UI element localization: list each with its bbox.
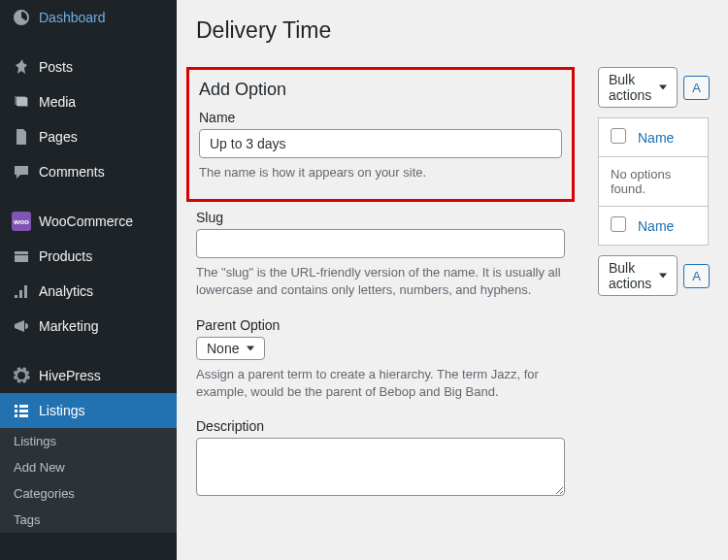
bulk-actions-select-bottom[interactable]: Bulk actions: [598, 255, 678, 296]
name-label: Name: [199, 110, 562, 125]
dashboard-icon: [12, 8, 31, 27]
name-input[interactable]: [199, 129, 562, 158]
sidebar-separator: [0, 348, 177, 353]
sidebar-item-dashboard[interactable]: Dashboard: [0, 0, 177, 35]
sidebar-item-posts[interactable]: Posts: [0, 49, 177, 84]
products-icon: [12, 247, 31, 266]
chevron-down-icon: [243, 341, 258, 356]
analytics-icon: [12, 281, 31, 301]
description-textarea[interactable]: [196, 438, 565, 496]
main-content: Delivery Time Add Option Name The name i…: [177, 0, 728, 560]
parent-label: Parent Option: [196, 317, 565, 333]
column-footer-name[interactable]: Name: [638, 218, 674, 234]
add-option-form: Add Option Name The name is how it appea…: [196, 67, 565, 499]
sidebar-item-products[interactable]: Products: [0, 239, 177, 274]
sidebar-item-hivepress[interactable]: HivePress: [0, 358, 177, 393]
sidebar-item-label: Listings: [39, 403, 84, 418]
sidebar-item-label: Pages: [39, 129, 78, 145]
table-footer-row: Name: [599, 207, 708, 245]
sidebar-item-pages[interactable]: Pages: [0, 119, 177, 154]
sidebar-item-comments[interactable]: Comments: [0, 154, 177, 189]
parent-select-value: None: [207, 341, 239, 356]
select-all-checkbox[interactable]: [611, 128, 626, 144]
bulk-actions-label: Bulk actions: [609, 72, 651, 103]
comment-icon: [12, 162, 31, 181]
page-icon: [12, 127, 31, 147]
section-heading: Add Option: [199, 80, 562, 100]
description-label: Description: [196, 418, 565, 434]
column-header-name[interactable]: Name: [638, 130, 674, 146]
sidebar-submenu: Listings Add New Categories Tags: [0, 428, 177, 533]
table-empty-row: No options found.: [599, 157, 708, 207]
sidebar-item-label: Analytics: [39, 283, 93, 299]
bulk-actions-select[interactable]: Bulk actions: [598, 67, 678, 108]
gear-icon: [12, 366, 31, 385]
options-table-panel: Bulk actions A Name No options found.: [598, 67, 709, 499]
submenu-item-tags[interactable]: Tags: [0, 507, 177, 533]
list-icon: [12, 401, 31, 420]
sidebar-item-label: Dashboard: [39, 10, 106, 25]
sidebar-item-label: WooCommerce: [39, 214, 133, 229]
submenu-item-categories[interactable]: Categories: [0, 480, 177, 507]
bulk-actions-label: Bulk actions: [609, 260, 651, 291]
table-header-row: Name: [599, 118, 708, 157]
sidebar-separator: [0, 194, 177, 199]
woo-icon: woo: [12, 212, 31, 231]
name-help-text: The name is how it appears on your site.: [199, 164, 562, 181]
sidebar-item-label: Media: [39, 94, 76, 110]
sidebar-item-woocommerce[interactable]: woo WooCommerce: [0, 204, 177, 239]
sidebar-item-media[interactable]: Media: [0, 84, 177, 119]
chevron-down-icon: [655, 268, 671, 283]
megaphone-icon: [12, 316, 31, 336]
submenu-item-add-new[interactable]: Add New: [0, 454, 177, 480]
sidebar-item-label: Comments: [39, 164, 105, 180]
slug-help-text: The "slug" is the URL-friendly version o…: [196, 264, 565, 299]
apply-button-bottom[interactable]: A: [683, 264, 710, 288]
options-table: Name No options found. Name: [598, 117, 709, 246]
highlight-box: Add Option Name The name is how it appea…: [186, 67, 575, 202]
admin-sidebar: Dashboard Posts Media Pages Commen: [0, 0, 177, 560]
parent-select[interactable]: None: [196, 337, 265, 360]
sidebar-item-analytics[interactable]: Analytics: [0, 274, 177, 309]
media-icon: [12, 92, 31, 112]
sidebar-item-label: HivePress: [39, 368, 101, 383]
pin-icon: [12, 57, 31, 77]
empty-text: No options found.: [611, 167, 696, 196]
sidebar-item-label: Products: [39, 248, 92, 264]
apply-button[interactable]: A: [683, 76, 710, 100]
sidebar-item-listings[interactable]: Listings: [0, 393, 177, 428]
slug-input[interactable]: [196, 229, 565, 258]
submenu-item-listings[interactable]: Listings: [0, 428, 177, 454]
chevron-down-icon: [655, 80, 671, 95]
slug-label: Slug: [196, 210, 565, 225]
page-title: Delivery Time: [196, 17, 709, 44]
sidebar-item-marketing[interactable]: Marketing: [0, 309, 177, 344]
parent-help-text: Assign a parent term to create a hierarc…: [196, 366, 565, 401]
sidebar-item-label: Marketing: [39, 318, 98, 334]
sidebar-item-label: Posts: [39, 59, 73, 75]
sidebar-separator: [0, 40, 177, 45]
select-all-checkbox-footer[interactable]: [611, 216, 626, 232]
